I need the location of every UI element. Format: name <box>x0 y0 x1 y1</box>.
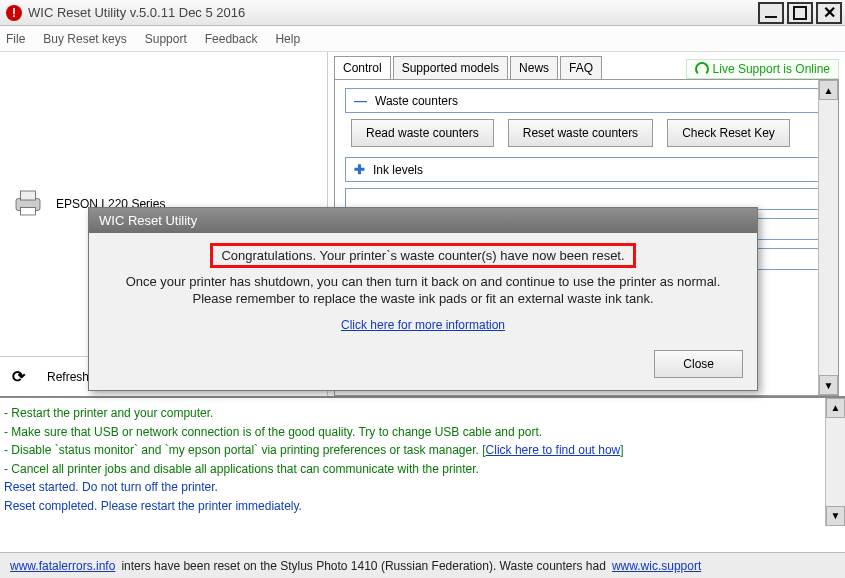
log-line: - Restart the printer and your computer. <box>4 404 841 423</box>
svg-rect-1 <box>21 191 36 200</box>
live-support-text: Live Support is Online <box>713 62 830 76</box>
menu-help[interactable]: Help <box>275 32 300 46</box>
log-scrollbar[interactable]: ▲ ▼ <box>825 398 845 526</box>
log-line: - Make sure that USB or network connecti… <box>4 423 841 442</box>
menu-file[interactable]: File <box>6 32 25 46</box>
ink-levels-label: Ink levels <box>373 163 423 177</box>
status-link-wicsupport[interactable]: www.wic.support <box>612 559 701 573</box>
refresh-icon[interactable]: ⟳ <box>12 367 25 386</box>
reset-complete-dialog: WIC Reset Utility Congratulations. Your … <box>88 207 758 391</box>
app-icon: ! <box>6 5 22 21</box>
status-text: inters have been reset on the Stylus Pho… <box>121 559 606 573</box>
check-reset-key-button[interactable]: Check Reset Key <box>667 119 790 147</box>
expand-icon: ✚ <box>354 162 365 177</box>
tab-news[interactable]: News <box>510 56 558 79</box>
scroll-up-icon[interactable]: ▲ <box>826 398 845 418</box>
ink-levels-section[interactable]: ✚ Ink levels <box>345 157 828 182</box>
menubar: File Buy Reset keys Support Feedback Hel… <box>0 26 845 52</box>
waste-counters-section[interactable]: — Waste counters <box>345 88 828 113</box>
titlebar: ! WIC Reset Utility v.5.0.11 Dec 5 2016 … <box>0 0 845 26</box>
window-title: WIC Reset Utility v.5.0.11 Dec 5 2016 <box>28 5 758 20</box>
close-window-button[interactable]: ✕ <box>816 2 842 24</box>
collapse-icon: — <box>354 93 367 108</box>
dialog-text: Once your printer has shutdown, you can … <box>103 274 743 289</box>
waste-counters-label: Waste counters <box>375 94 458 108</box>
menu-feedback[interactable]: Feedback <box>205 32 258 46</box>
statusbar: www.fatalerrors.info inters have been re… <box>0 552 845 578</box>
live-support-badge[interactable]: Live Support is Online <box>686 59 839 79</box>
scroll-down-icon[interactable]: ▼ <box>819 375 838 395</box>
log-link-find-out-how[interactable]: Click here to find out how <box>486 443 621 457</box>
dialog-headline: Congratulations. Your printer`s waste co… <box>210 243 635 268</box>
printer-icon <box>10 185 46 224</box>
scroll-down-icon[interactable]: ▼ <box>826 506 845 526</box>
log-line: Reset started. Do not turn off the print… <box>4 478 841 497</box>
headset-icon <box>695 62 709 76</box>
log-line: - Disable `status monitor` and `my epson… <box>4 441 841 460</box>
svg-rect-2 <box>21 207 36 215</box>
log-panel: - Restart the printer and your computer.… <box>0 396 845 526</box>
tab-control[interactable]: Control <box>334 56 391 79</box>
minimize-button[interactable] <box>758 2 784 24</box>
content-scrollbar[interactable]: ▲ ▼ <box>818 80 838 395</box>
maximize-button[interactable] <box>787 2 813 24</box>
status-link-fatalerrors[interactable]: www.fatalerrors.info <box>10 559 115 573</box>
dialog-title: WIC Reset Utility <box>89 208 757 233</box>
log-line: - Cancel all printer jobs and disable al… <box>4 460 841 479</box>
dialog-text: Please remember to replace the waste ink… <box>103 291 743 306</box>
menu-support[interactable]: Support <box>145 32 187 46</box>
menu-buy-keys[interactable]: Buy Reset keys <box>43 32 126 46</box>
log-line: Reset completed. Please restart the prin… <box>4 497 841 516</box>
dialog-more-info-link[interactable]: Click here for more information <box>341 318 505 332</box>
scroll-up-icon[interactable]: ▲ <box>819 80 838 100</box>
reset-waste-counters-button[interactable]: Reset waste counters <box>508 119 653 147</box>
tab-supported-models[interactable]: Supported models <box>393 56 508 79</box>
dialog-close-button[interactable]: Close <box>654 350 743 378</box>
read-waste-counters-button[interactable]: Read waste counters <box>351 119 494 147</box>
tab-row: Control Supported models News FAQ Live S… <box>334 56 839 79</box>
tab-faq[interactable]: FAQ <box>560 56 602 79</box>
